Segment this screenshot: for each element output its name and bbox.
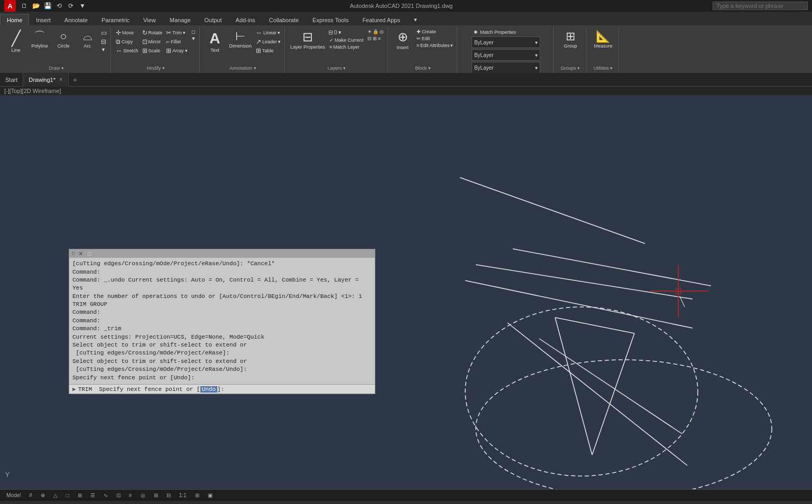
btn-layer-properties[interactable]: ⊟ Layer Properties: [288, 29, 327, 51]
status-polar[interactable]: □: [64, 492, 71, 498]
status-sel-cycle[interactable]: ⊞: [152, 492, 160, 498]
tab-drawing1-close[interactable]: ✕: [59, 77, 63, 82]
autocad-logo[interactable]: A: [4, 0, 16, 12]
tab-insert[interactable]: Insert: [29, 14, 58, 25]
btn-layer-props-label: Layer Properties: [290, 44, 325, 50]
tab-featured[interactable]: Featured Apps: [355, 14, 407, 25]
btn-rect[interactable]: ▭: [99, 29, 108, 37]
group-icon: ⊞: [566, 30, 575, 43]
btn-trim[interactable]: ✂Trim ▾: [164, 29, 189, 37]
qa-new[interactable]: 🗋: [19, 1, 30, 11]
tab-output[interactable]: Output: [198, 14, 229, 25]
btn-create-block[interactable]: ✚Create: [415, 29, 455, 35]
tab-manage[interactable]: Manage: [163, 14, 198, 25]
btn-copy[interactable]: ⧉Copy: [114, 38, 140, 46]
ribbon-group-draw: ╱ Line ⌒ Polyline ○ Circle ⌓ Arc: [2, 26, 111, 73]
command-grip[interactable]: ⠿: [71, 251, 75, 257]
status-viewport-scale[interactable]: 1:1: [177, 492, 189, 498]
command-resize[interactable]: ⊡: [87, 251, 91, 257]
btn-match-layer[interactable]: ≡Match Layer: [328, 44, 365, 50]
color-value: ByLayer: [474, 40, 494, 45]
btn-match-properties[interactable]: ✱ Match Properties: [472, 29, 518, 36]
btn-fillet[interactable]: ⌐Fillet: [164, 38, 189, 46]
tab-express[interactable]: Express Tools: [306, 14, 355, 25]
status-transparency[interactable]: ◎: [139, 492, 147, 498]
btn-edit-attrs[interactable]: ≡Edit Attributes ▾: [415, 42, 455, 49]
btn-layer-icons-row1[interactable]: ☀🔒◎: [366, 29, 385, 35]
status-ucs[interactable]: ∿: [102, 492, 110, 498]
status-workspace[interactable]: ▣: [206, 492, 215, 498]
btn-array[interactable]: ⊞Array ▾: [164, 46, 189, 55]
btn-move[interactable]: ✛Move: [114, 29, 140, 37]
btn-measure[interactable]: 📐 Measure: [592, 29, 615, 50]
tab-drawing1[interactable]: Drawing1* ✕: [23, 73, 69, 87]
btn-hatch[interactable]: ⊟: [99, 38, 108, 46]
status-ortho[interactable]: △: [51, 492, 60, 498]
command-input-field[interactable]: [224, 386, 372, 393]
qa-more[interactable]: ▼: [77, 1, 88, 11]
tab-new-button[interactable]: +: [69, 73, 81, 86]
status-3d-otrack[interactable]: ⊟: [164, 492, 173, 498]
btn-edit-block[interactable]: ✏Edit: [415, 35, 455, 42]
command-close[interactable]: ✕: [78, 250, 83, 257]
tab-start[interactable]: Start: [0, 73, 23, 87]
btn-arc[interactable]: ⌓ Arc: [76, 29, 99, 50]
cmd-line-12: [cuTting edges/Crossing/mOde/Project/eRa…: [72, 349, 372, 357]
qa-save[interactable]: 💾: [42, 1, 53, 11]
tab-home[interactable]: Home: [0, 14, 29, 25]
btn-more-draw[interactable]: ▼: [99, 46, 108, 53]
btn-stretch[interactable]: ↔Stretch: [114, 46, 140, 55]
btn-insert[interactable]: ⊕ Insert: [391, 29, 414, 51]
btn-group[interactable]: ⊞ Group: [559, 29, 582, 50]
tab-collaborate[interactable]: Collaborate: [262, 14, 306, 25]
btn-layer-icons-row2[interactable]: ⊟⊞≡: [366, 35, 385, 42]
btn-more-modify[interactable]: ▼: [190, 35, 198, 42]
canvas-area: ⠿ ✕ ⊡ [cuTting edges/Crossing/mOde/Proje…: [0, 96, 812, 489]
linetype-dropdown[interactable]: ByLayer ▾: [472, 49, 540, 61]
btn-rotate[interactable]: ↻Rotate: [141, 29, 164, 37]
tab-bar: Start Drawing1* ✕ +: [0, 73, 812, 87]
status-model[interactable]: Model: [4, 492, 23, 498]
status-anno-visibility[interactable]: ⊞: [193, 492, 201, 498]
status-isnap[interactable]: ⊞: [76, 492, 84, 498]
tab-more[interactable]: ▾: [407, 14, 424, 25]
cmd-line-14: [cuTting edges/Crossing/mOde/Project/eRa…: [72, 366, 372, 374]
btn-polyline[interactable]: ⌒ Polyline: [28, 29, 51, 50]
qa-open[interactable]: 📂: [31, 1, 41, 11]
qa-redo[interactable]: ⟳: [66, 1, 76, 11]
cmd-line-5: Enter the number of operations to undo o…: [72, 293, 372, 301]
search-input[interactable]: [713, 2, 808, 10]
tab-view[interactable]: View: [136, 14, 163, 25]
quick-access-toolbar: 🗋 📂 💾 ⟲ ⟳ ▼: [17, 1, 90, 11]
status-lw[interactable]: ≡: [127, 492, 134, 498]
qa-undo[interactable]: ⟲: [54, 1, 64, 11]
status-dyn[interactable]: ⊡: [114, 492, 123, 498]
tab-addins[interactable]: Add-ins: [229, 14, 262, 25]
btn-linear[interactable]: ↔Linear ▾: [254, 29, 282, 37]
btn-scale[interactable]: ⊞Scale: [141, 46, 164, 55]
trim-icon: ✂: [166, 29, 171, 36]
btn-mirror[interactable]: ⊡Mirror: [141, 38, 164, 46]
linetype-dd-icon: ▾: [535, 52, 538, 58]
layers-group-label: Layers ▾: [328, 66, 346, 72]
cmd-prompt-arrow: ▶: [72, 386, 76, 393]
status-snap[interactable]: ⊕: [39, 492, 47, 498]
btn-dimension[interactable]: ⊢ Dimension: [227, 29, 254, 50]
array-label: Array: [172, 48, 184, 53]
btn-text[interactable]: A Text: [203, 29, 226, 54]
ribbon-group-utilities: 📐 Measure Utilities ▾: [587, 26, 619, 73]
color-dropdown[interactable]: ByLayer ▾: [472, 36, 540, 48]
tab-annotate[interactable]: Annotate: [58, 14, 95, 25]
btn-table[interactable]: ⊞Table: [254, 46, 282, 55]
status-otrack[interactable]: ☰: [88, 492, 97, 498]
layer-dd-arrow[interactable]: ▾: [338, 29, 342, 36]
btn-line[interactable]: ╱ Line: [4, 29, 27, 54]
btn-leader[interactable]: ↗Leader ▾: [254, 38, 282, 46]
btn-polyline-label: Polyline: [31, 43, 48, 49]
btn-circle[interactable]: ○ Circle: [52, 29, 75, 50]
btn-erase[interactable]: ◻: [190, 29, 198, 35]
btn-make-current[interactable]: ✓Make Current: [328, 37, 365, 43]
lineweight-dropdown[interactable]: ByLayer ▾: [472, 62, 540, 73]
tab-parametric[interactable]: Parametric: [95, 14, 136, 25]
status-grid[interactable]: #: [27, 492, 34, 498]
